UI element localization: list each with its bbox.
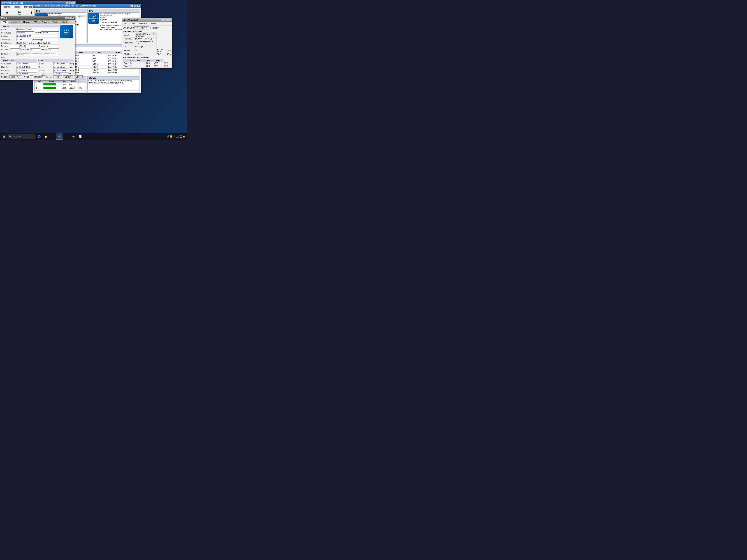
clock-col: Clock: [43, 80, 61, 83]
menu-narzedzia[interactable]: Narzędzia: [138, 22, 148, 25]
start-button[interactable]: ⊞: [1, 133, 7, 140]
cpuid-label: CPUID:: [123, 53, 134, 56]
tab-bench[interactable]: Bench: [51, 21, 60, 24]
socket-select[interactable]: Socket #1: [9, 75, 22, 78]
l1-data-label: L1 Data: [38, 63, 53, 65]
coretemp-title: Core Temp 1.18: [123, 19, 138, 21]
coretemp-titlebar[interactable]: Core Temp 1.18 _ □ ✕: [122, 18, 172, 22]
bus-speed-value: 133.02 MHz: [17, 69, 37, 72]
technology-value: 32 nm: [17, 38, 32, 41]
coretemp-minimize-btn[interactable]: _: [162, 19, 165, 21]
cpuz-minimize-btn[interactable]: _: [65, 17, 68, 19]
tab-graphics[interactable]: Graphics: [40, 21, 51, 24]
tj-max-header: Tj. Maks: 105°C: [123, 59, 145, 62]
op-ratio: x9: [92, 54, 107, 57]
processor-select[interactable]: Procesor #0: [134, 26, 149, 29]
cpuz-selection: Selection Socket #1 Cores 2 Threads 4: [1, 75, 45, 78]
cpuz-intel-badge-col: intel CORE i5 inside®: [60, 25, 74, 58]
cpuid-value: 0x20655: [134, 53, 156, 56]
menu-program[interactable]: Program: [2, 5, 11, 8]
level2-label: Level 2: [38, 70, 53, 72]
gpu-select[interactable]: GPU #0: [100, 21, 110, 24]
instructions-row: Instructions MMX, SSE, SSE2, SSE3, SSSE3…: [1, 52, 59, 56]
validate-btn[interactable]: Validate: [63, 75, 73, 78]
storage-content: SATA 3 Gb/s @ 3 Gb/s HGST HTE545032A7E38…: [88, 80, 139, 84]
coretemp-maximize-btn[interactable]: □: [165, 19, 168, 21]
l1-inst-label: L1 Inst.: [38, 66, 53, 68]
level3-value: 3 MBytes: [53, 73, 69, 74]
specification-row: Specification Intel® Core™ i5 CPU M 540 …: [1, 42, 59, 45]
revision-value: K0: [48, 49, 59, 51]
tab-memory[interactable]: Memory: [21, 21, 32, 24]
coretemp-content: Wybierz CPU Procesor #0 2 Rdzenie 4 Info…: [122, 26, 172, 69]
core1-progress: [44, 87, 56, 89]
taskbar-search-input[interactable]: [12, 134, 34, 139]
platform-value2: rPGA 988 (Socket G1): [134, 37, 156, 41]
threads-value: 4: [42, 75, 45, 78]
selection-label: Selection: [1, 76, 9, 78]
op-ratio: x23: [92, 60, 107, 63]
summary-titlebar[interactable]: HWiNFO64 v6.42-4360 @ DELL Latitude E641…: [33, 4, 141, 8]
core0-progress: [44, 83, 56, 85]
model-value: Mobile Intel Core i5 540M (Arrandale): [134, 33, 156, 37]
summary-close-btn[interactable]: ✕: [137, 4, 140, 7]
taskbar-app-shield[interactable]: 🛡: [63, 133, 70, 140]
taskbar-search-container: 🔍: [7, 134, 35, 139]
cores-label: Cores: [24, 76, 29, 78]
menu-pomoc[interactable]: Pomoc: [149, 22, 157, 25]
cpuz-cpu-main: Processor Name Intel Core i5 540M Code N…: [1, 25, 74, 58]
cpuz-cpu-content: Processor Name Intel Core i5 540M Code N…: [0, 24, 75, 74]
platform-row2: Platforma: rPGA 988 (Socket G1): [123, 37, 172, 41]
close-btn[interactable]: Close: [74, 75, 83, 78]
tab-mainboard[interactable]: Mainboard: [9, 21, 21, 24]
rdzen0-max: 86°C: [163, 62, 171, 65]
bus-speed-row: Bus Speed 133.02 MHz: [1, 69, 37, 72]
gpu-clock-label: Current Clocks (MHz): [100, 27, 115, 29]
coretemp-window-controls: _ □ ✕: [162, 19, 171, 21]
optical-value: Optiarc DVD+-RW AD-7930H [DVD+R DL]: [94, 82, 124, 84]
gpu-section-header: GPU: [88, 9, 139, 12]
taskbar-app-monitor[interactable]: 📊: [77, 133, 83, 140]
intel-inside-badge: intel: [92, 20, 95, 22]
menu-opcje[interactable]: Opcje: [129, 22, 136, 25]
cores-value: 2: [30, 75, 33, 78]
l1-data-row: L1 Data 2 x 32 KBytes 8-way: [38, 62, 74, 65]
menu-report[interactable]: Report: [13, 5, 21, 8]
level3-ways: 12-way: [69, 73, 74, 74]
taskbar-right-section: ^ 🔊 📶 9:10 14.04.2024 🔔: [165, 135, 186, 138]
maks-header: Maks.: [153, 59, 163, 62]
l1-inst-value: 2 x 32 KBytes: [53, 66, 70, 69]
rdzen1-row: Rdzeń #1: 49°C 30°C 86°C: [123, 65, 172, 68]
taskbar-app-edge[interactable]: 🌐: [36, 133, 42, 140]
menu-plik[interactable]: Plik: [123, 22, 128, 25]
summary-maximize-btn[interactable]: □: [134, 4, 136, 7]
cpuz-titlebar[interactable]: CPU-Z _ □ ✕: [0, 16, 75, 20]
gpu-clock-value: GPU: 500.0 Memory: — Shader: —: [100, 29, 125, 30]
tab-about[interactable]: About: [60, 21, 69, 24]
cpuz-close-btn[interactable]: ✕: [71, 17, 74, 19]
hdd-value: HGST HTE545032A7E380 [320 GB]: [106, 80, 132, 82]
coretemp-info-table: Model: Mobile Intel Core i5 540M (Arrand…: [123, 32, 172, 56]
temp-table: Tj. Maks: 105°C Min. Maks. Rdzeń #0: 58°…: [123, 59, 172, 68]
sata-label: SATA 3 Gb/s @ 3 Gb/s: [88, 80, 104, 82]
taskbar-app-chrome[interactable]: 🔵: [56, 133, 63, 140]
search-icon: 🔍: [9, 135, 12, 138]
taskbar-app-files[interactable]: 📁: [43, 133, 49, 140]
clock-table-header: Core Clock MHz Ratio: [35, 80, 86, 83]
max-tdp-label: Max TDP: [35, 32, 41, 34]
cpuz-title: CPU-Z: [1, 17, 7, 19]
cpuz-inside-text: inside®: [65, 33, 69, 35]
tab-cpu[interactable]: CPU: [1, 21, 8, 24]
tab-spd[interactable]: SPD: [32, 21, 40, 24]
core1-bar: [43, 86, 61, 90]
coretemp-close-btn[interactable]: ✕: [168, 19, 171, 21]
taskbar-app-game[interactable]: 🎮: [70, 133, 76, 140]
tools-dropdown[interactable]: Tools: [53, 75, 62, 78]
codename-label: Code Name: [1, 32, 17, 34]
summary-minimize-btn[interactable]: _: [130, 4, 133, 7]
coretemp-menu: Plik Opcje Narzędzia Pomoc: [122, 22, 172, 26]
taskbar-app-mail[interactable]: ✉: [49, 133, 56, 140]
family-label: Family: [1, 45, 6, 48]
menu-monitoring[interactable]: Monitoring: [23, 5, 34, 8]
cpuz-maximize-btn[interactable]: □: [68, 17, 71, 19]
